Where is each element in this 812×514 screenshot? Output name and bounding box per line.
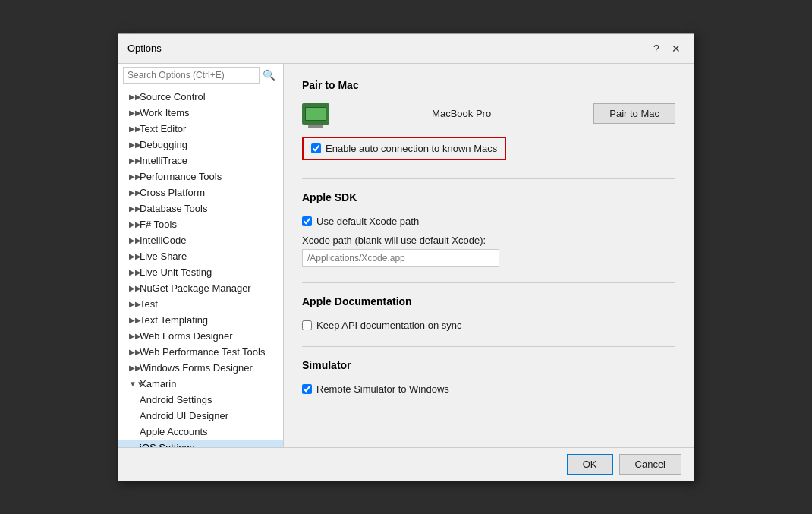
sidebar-item-label: Web Performance Test Tools xyxy=(140,346,265,358)
sidebar-item-label: NuGet Package Manager xyxy=(140,282,251,294)
apple-doc-title: Apple Documentation xyxy=(302,295,675,307)
search-box: 🔍 xyxy=(118,64,283,87)
sidebar-item-cross-platform[interactable]: ▶Cross Platform xyxy=(118,184,283,200)
keep-api-doc-label: Keep API documentation on sync xyxy=(316,320,462,331)
arrow-icon: ▶ xyxy=(129,236,137,244)
arrow-icon: ▶ xyxy=(129,348,137,356)
mac-icon xyxy=(302,103,329,125)
mac-name-label: MacBook Pro xyxy=(341,108,581,119)
main-content: Pair to Mac MacBook Pro Pair to Mac Enab… xyxy=(284,64,694,447)
arrow-icon: ▶ xyxy=(129,188,137,197)
sidebar-item-live-share[interactable]: ▶Live Share xyxy=(118,248,283,264)
sidebar-item-apple-accounts[interactable]: Apple Accounts xyxy=(118,424,283,440)
sidebar-item-test[interactable]: ▶Test xyxy=(118,296,283,312)
help-button[interactable]: ? xyxy=(648,40,665,57)
xcode-path-input[interactable] xyxy=(302,249,499,267)
sidebar-item-nuget[interactable]: ▶NuGet Package Manager xyxy=(118,280,283,296)
sidebar-item-intellitrace[interactable]: ▶IntelliTrace xyxy=(118,153,283,169)
use-default-xcode-label: Use default Xcode path xyxy=(316,216,419,227)
sidebar-item-windows-forms[interactable]: ▶Windows Forms Designer xyxy=(118,360,283,376)
apple-sdk-section: Apple SDK Use default Xcode path Xcode p… xyxy=(302,191,675,267)
sidebar-item-label: Cross Platform xyxy=(140,187,205,198)
use-default-xcode-checkbox[interactable] xyxy=(302,216,312,226)
sidebar-item-label: Live Share xyxy=(140,251,187,262)
mac-screen-graphic xyxy=(305,107,326,121)
arrow-icon: ▼ xyxy=(129,380,137,388)
sidebar-item-label: Source Control xyxy=(140,91,206,102)
arrow-icon: ▶ xyxy=(129,284,137,292)
sidebar-item-label: Test xyxy=(140,298,158,310)
arrow-icon: ▶ xyxy=(129,172,137,181)
search-input[interactable] xyxy=(123,67,260,84)
sidebar-item-label: Text Templating xyxy=(140,314,208,326)
sidebar-item-label: Work Items xyxy=(140,107,190,118)
sidebar-item-label: Live Unit Testing xyxy=(140,266,212,278)
pair-to-mac-title: Pair to Mac xyxy=(302,79,675,91)
dialog-body: 🔍 ▶Source Control▶Work Items▶Text Editor… xyxy=(118,64,694,447)
sidebar-item-label: Apple Accounts xyxy=(140,426,208,437)
sidebar-item-performance-tools[interactable]: ▶Performance Tools xyxy=(118,169,283,184)
arrow-icon: ▶ xyxy=(129,300,137,308)
sidebar-item-label: IntelliCode xyxy=(140,235,186,246)
remote-simulator-row: Remote Simulator to Windows xyxy=(302,383,675,395)
arrow-icon: ▶ xyxy=(129,268,137,276)
auto-connect-highlight-box: Enable auto connection to known Macs xyxy=(302,137,506,160)
arrow-icon: ▶ xyxy=(129,156,137,165)
sidebar-item-web-perf[interactable]: ▶Web Performance Test Tools xyxy=(118,344,283,360)
sidebar-item-database-tools[interactable]: ▶Database Tools xyxy=(118,200,283,216)
arrow-icon: ▶ xyxy=(129,93,137,101)
dialog-title: Options xyxy=(127,43,162,54)
cancel-button[interactable]: Cancel xyxy=(619,454,681,475)
sidebar-item-fsharp-tools[interactable]: ▶F# Tools xyxy=(118,216,283,232)
sidebar-item-label: Debugging xyxy=(140,139,187,150)
arrow-icon: ▶ xyxy=(129,332,137,340)
xcode-path-group: Xcode path (blank will use default Xcode… xyxy=(302,235,675,267)
search-icon[interactable]: 🔍 xyxy=(260,68,279,83)
sidebar-item-debugging[interactable]: ▶Debugging xyxy=(118,137,283,153)
sidebar-item-label: Android Settings xyxy=(140,394,212,405)
keep-api-doc-row: Keep API documentation on sync xyxy=(302,320,675,331)
arrow-icon: ▶ xyxy=(129,316,137,324)
pair-to-mac-button[interactable]: Pair to Mac xyxy=(593,103,675,124)
sidebar-item-android-ui[interactable]: Android UI Designer xyxy=(118,408,283,424)
sidebar-item-android-settings[interactable]: Android Settings xyxy=(118,392,283,408)
arrow-icon: ▶ xyxy=(129,220,137,229)
arrow-icon: ▶ xyxy=(129,252,137,260)
sidebar-item-ios-settings[interactable]: iOS Settings xyxy=(118,440,283,447)
keep-api-doc-checkbox[interactable] xyxy=(302,320,312,330)
sidebar-item-label: Web Forms Designer xyxy=(140,330,233,342)
sidebar: 🔍 ▶Source Control▶Work Items▶Text Editor… xyxy=(118,64,284,447)
arrow-icon: ▶ xyxy=(129,204,137,213)
auto-connect-checkbox[interactable] xyxy=(311,143,321,153)
sidebar-item-xamarin[interactable]: ▼Xamarin xyxy=(118,376,283,392)
title-bar: Options ? ✕ xyxy=(118,34,694,64)
sidebar-item-live-unit-testing[interactable]: ▶Live Unit Testing xyxy=(118,264,283,280)
sidebar-item-label: IntelliTrace xyxy=(140,155,187,166)
sidebar-item-source-control[interactable]: ▶Source Control xyxy=(118,89,283,105)
sidebar-item-intellicode[interactable]: ▶IntelliCode xyxy=(118,232,283,248)
use-default-xcode-row: Use default Xcode path xyxy=(302,216,675,227)
auto-connect-label: Enable auto connection to known Macs xyxy=(326,143,497,154)
close-button[interactable]: ✕ xyxy=(668,40,685,57)
apple-doc-section: Apple Documentation Keep API documentati… xyxy=(302,295,675,331)
ok-button[interactable]: OK xyxy=(567,454,613,475)
sidebar-item-label: Database Tools xyxy=(140,203,207,214)
sidebar-item-text-templating[interactable]: ▶Text Templating xyxy=(118,312,283,328)
sidebar-item-text-editor[interactable]: ▶Text Editor xyxy=(118,121,283,137)
sidebar-item-web-forms-designer[interactable]: ▶Web Forms Designer xyxy=(118,328,283,344)
remote-simulator-checkbox[interactable] xyxy=(302,384,312,394)
sidebar-item-label: Xamarin xyxy=(140,378,176,389)
divider-1 xyxy=(302,178,675,179)
sidebar-item-label: Android UI Designer xyxy=(140,410,228,421)
sidebar-item-label: Performance Tools xyxy=(140,171,222,182)
remote-simulator-label: Remote Simulator to Windows xyxy=(316,383,449,395)
arrow-icon: ▶ xyxy=(129,364,137,372)
sidebar-item-work-items[interactable]: ▶Work Items xyxy=(118,105,283,121)
simulator-title: Simulator xyxy=(302,359,675,371)
divider-3 xyxy=(302,346,675,347)
sidebar-item-label: iOS Settings xyxy=(140,442,194,447)
sidebar-item-label: Windows Forms Designer xyxy=(140,362,253,374)
arrow-icon: ▶ xyxy=(129,109,137,117)
simulator-section: Simulator Remote Simulator to Windows xyxy=(302,359,675,395)
arrow-icon: ▶ xyxy=(129,140,137,149)
